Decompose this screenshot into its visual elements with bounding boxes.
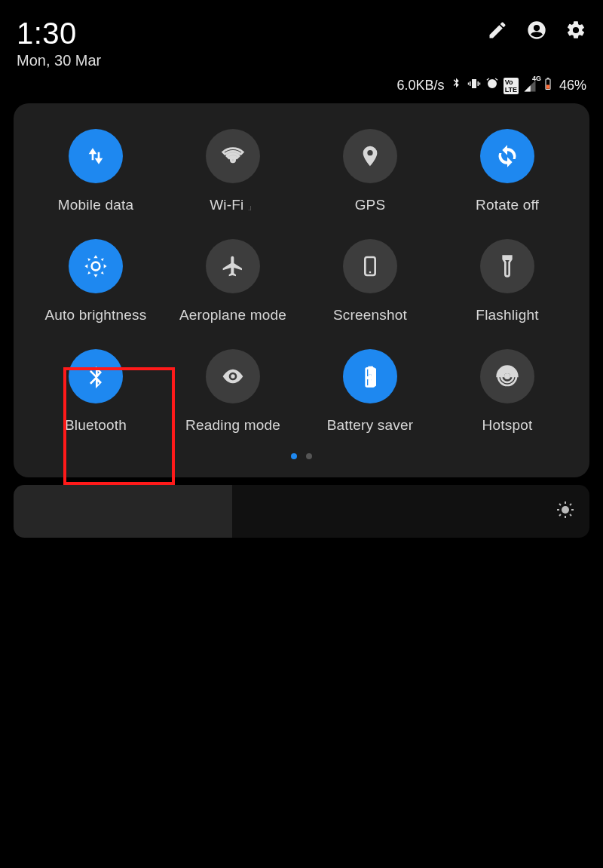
airplane-icon[interactable] (206, 239, 260, 293)
vibrate-icon (467, 77, 481, 94)
tile-label: Screenshot (333, 307, 407, 324)
brightness-high-icon (556, 501, 574, 522)
svg-rect-0 (546, 85, 550, 89)
clock-date: Mon, 30 Mar (17, 52, 101, 69)
bluetooth-status-icon (449, 77, 463, 94)
svg-line-18 (570, 504, 571, 505)
clock-time: 1:30 (17, 17, 101, 51)
tile-flashlight[interactable]: Flashlight (439, 239, 576, 324)
tile-label: Wi-Fi」 (210, 197, 256, 213)
alarm-icon (485, 77, 499, 94)
bluetooth-icon[interactable] (69, 349, 123, 403)
signal-icon: 4G (523, 79, 537, 93)
tile-auto-brightness[interactable]: Auto brightness (27, 239, 164, 324)
wifi-icon[interactable] (206, 129, 260, 183)
svg-line-15 (559, 504, 561, 505)
volte-icon: VoLTE (504, 78, 519, 94)
tile-screenshot[interactable]: Screenshot (302, 239, 439, 324)
edit-icon[interactable] (487, 20, 508, 44)
page-dot (291, 453, 297, 459)
tile-gps[interactable]: GPS (302, 129, 439, 213)
svg-line-17 (559, 514, 561, 516)
tile-label: Hotspot (482, 417, 533, 434)
location-icon[interactable] (343, 129, 397, 183)
tile-label: Auto brightness (44, 307, 146, 324)
page-dot (306, 453, 312, 459)
phone-icon[interactable] (343, 239, 397, 293)
svg-line-16 (570, 514, 571, 516)
settings-icon[interactable] (565, 20, 586, 44)
tile-label: Flashlight (476, 307, 538, 324)
tile-battery-saver[interactable]: Battery saver (302, 349, 439, 434)
quick-settings-panel: Mobile dataWi-Fi」GPSRotate offAuto brigh… (14, 103, 589, 477)
tile-label: Aeroplane mode (179, 307, 286, 324)
tile-bluetooth[interactable]: Bluetooth (27, 349, 164, 434)
tile-label: GPS (355, 197, 386, 213)
account-icon[interactable] (526, 20, 547, 44)
page-indicator (27, 453, 576, 459)
flashlight-icon[interactable] (480, 239, 534, 293)
tile-label: Mobile data (58, 197, 133, 213)
brightness-icon[interactable] (69, 239, 123, 293)
battery-icon (541, 77, 555, 94)
tile-hotspot[interactable]: Hotspot (439, 349, 576, 434)
tile-wifi[interactable]: Wi-Fi」 (164, 129, 302, 213)
battery-pct-label: 46% (559, 78, 586, 94)
tile-label: Reading mode (185, 417, 280, 434)
tile-label: Bluetooth (65, 417, 127, 434)
status-bar: 6.0KB/s VoLTE 4G 46% (0, 72, 603, 99)
rotate-icon[interactable] (480, 129, 534, 183)
tile-airplane[interactable]: Aeroplane mode (164, 239, 302, 324)
hotspot-icon[interactable] (480, 349, 534, 403)
eye-icon[interactable] (206, 349, 260, 403)
tile-label: Rotate off (476, 197, 539, 213)
brightness-track-fill (14, 485, 232, 538)
battery-plus-icon[interactable] (343, 349, 397, 403)
arrows-updown-icon[interactable] (69, 129, 123, 183)
svg-point-10 (562, 506, 569, 514)
tile-reading[interactable]: Reading mode (164, 349, 302, 434)
net-speed-label: 6.0KB/s (397, 78, 445, 94)
tile-mobile-data[interactable]: Mobile data (27, 129, 164, 213)
brightness-slider[interactable] (14, 485, 589, 538)
tile-rotate[interactable]: Rotate off (439, 129, 576, 213)
tile-label: Battery saver (327, 417, 414, 434)
